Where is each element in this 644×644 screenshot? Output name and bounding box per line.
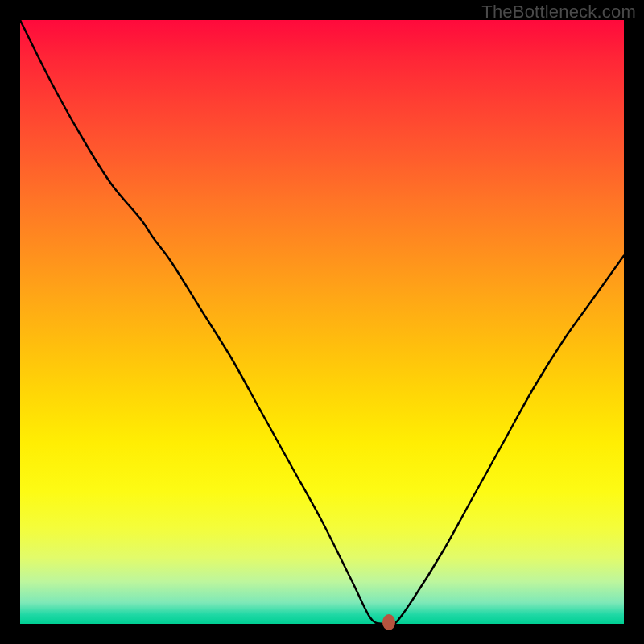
bottleneck-curve (20, 20, 624, 624)
attribution-text: TheBottleneck.com (481, 2, 636, 23)
plot-area (20, 20, 624, 624)
optimal-point-marker (382, 614, 395, 630)
chart-frame: TheBottleneck.com (0, 0, 644, 644)
